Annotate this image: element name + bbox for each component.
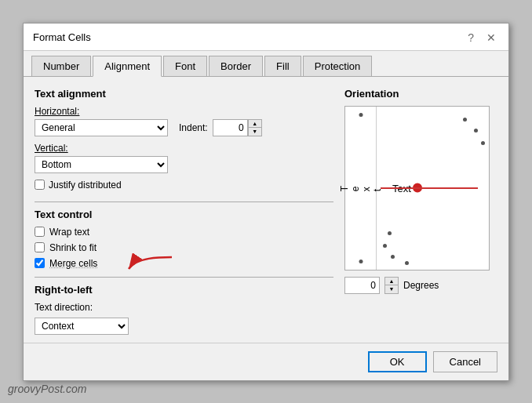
tab-alignment[interactable]: Alignment: [93, 56, 162, 77]
divider-1: [35, 202, 333, 202]
format-cells-dialog: Format Cells ? ✕ Number Alignment Font B…: [23, 23, 509, 381]
tab-content: Text alignment Horizontal: General Left …: [24, 77, 508, 343]
tab-bar: Number Alignment Font Border Fill Protec…: [24, 51, 508, 77]
red-arrow-annotation: [121, 253, 176, 285]
indent-down-btn[interactable]: ▼: [249, 128, 261, 136]
indent-spinner: ▲ ▼: [248, 119, 262, 136]
horizontal-row: General Left (Indent) Center Right (Inde…: [35, 119, 333, 136]
justify-distributed-row: Justify distributed: [35, 180, 333, 191]
dialog-title: Format Cells: [33, 31, 91, 43]
horizontal-label: Horizontal:: [35, 106, 333, 117]
bottom-bar: OK Cancel: [24, 343, 508, 380]
orientation-line: [381, 187, 478, 189]
title-bar: Format Cells ? ✕: [24, 24, 508, 51]
shrink-to-fit-label: Shrink to fit: [49, 242, 97, 253]
vertical-label: Vertical:: [35, 143, 333, 154]
indent-row: Indent: ▲ ▼: [179, 119, 262, 136]
cancel-button[interactable]: Cancel: [433, 351, 497, 372]
indent-input[interactable]: [213, 119, 248, 136]
title-bar-controls: ? ✕: [465, 30, 499, 45]
tab-number[interactable]: Number: [31, 56, 91, 76]
merge-cells-checkbox[interactable]: [35, 258, 45, 268]
watermark: groovyPost.com: [8, 383, 86, 395]
degrees-row: ▲ ▼ Degrees: [344, 277, 497, 294]
left-panel: Text alignment Horizontal: General Left …: [35, 88, 333, 335]
tab-border[interactable]: Border: [209, 56, 263, 76]
text-alignment-title: Text alignment: [35, 88, 333, 100]
wrap-text-checkbox[interactable]: [35, 227, 45, 237]
orientation-box: Text Text: [344, 106, 490, 270]
degrees-spinner: ▲ ▼: [384, 277, 399, 294]
shrink-to-fit-checkbox[interactable]: [35, 242, 45, 252]
text-control-title: Text control: [35, 209, 333, 220]
justify-distributed-label: Justify distributed: [49, 180, 122, 191]
divider-2: [35, 277, 333, 278]
indent-up-btn[interactable]: ▲: [249, 120, 261, 128]
wrap-text-label: Wrap text: [49, 227, 89, 238]
rtl-title: Right-to-left: [35, 284, 333, 296]
tab-font[interactable]: Font: [163, 56, 207, 76]
close-button[interactable]: ✕: [483, 30, 499, 45]
wrap-text-row: Wrap text: [35, 227, 333, 238]
text-direction-label: Text direction:: [35, 302, 333, 313]
tab-fill[interactable]: Fill: [264, 56, 301, 76]
tab-protection[interactable]: Protection: [303, 56, 373, 76]
merge-cells-row: Merge cells: [35, 258, 333, 269]
horizontal-select[interactable]: General Left (Indent) Center Right (Inde…: [35, 119, 168, 136]
orientation-vertical: Text: [345, 107, 377, 270]
right-panel: Orientation Text: [344, 88, 497, 335]
indent-label: Indent:: [179, 122, 208, 133]
vertical-row: Top Center Bottom Justify Distributed: [35, 156, 333, 173]
justify-distributed-checkbox[interactable]: [35, 180, 45, 190]
shrink-to-fit-row: Shrink to fit: [35, 242, 333, 253]
text-control-section: Text control Wrap text Shrink to fit Mer…: [35, 209, 333, 269]
degrees-label: Degrees: [403, 280, 439, 291]
ok-button[interactable]: OK: [368, 351, 427, 372]
rtl-section: Right-to-left Text direction: Context Le…: [35, 284, 333, 335]
help-button[interactable]: ?: [465, 30, 477, 45]
vertical-select[interactable]: Top Center Bottom Justify Distributed: [35, 156, 168, 173]
orientation-angled: Text: [377, 107, 489, 270]
merge-cells-label: Merge cells: [49, 258, 97, 269]
degrees-input[interactable]: [344, 277, 380, 294]
orientation-title: Orientation: [344, 88, 497, 100]
degrees-down-btn[interactable]: ▼: [385, 285, 398, 293]
degrees-up-btn[interactable]: ▲: [385, 278, 398, 285]
text-direction-select[interactable]: Context Left-to-Right Right-to-Left: [35, 318, 129, 335]
